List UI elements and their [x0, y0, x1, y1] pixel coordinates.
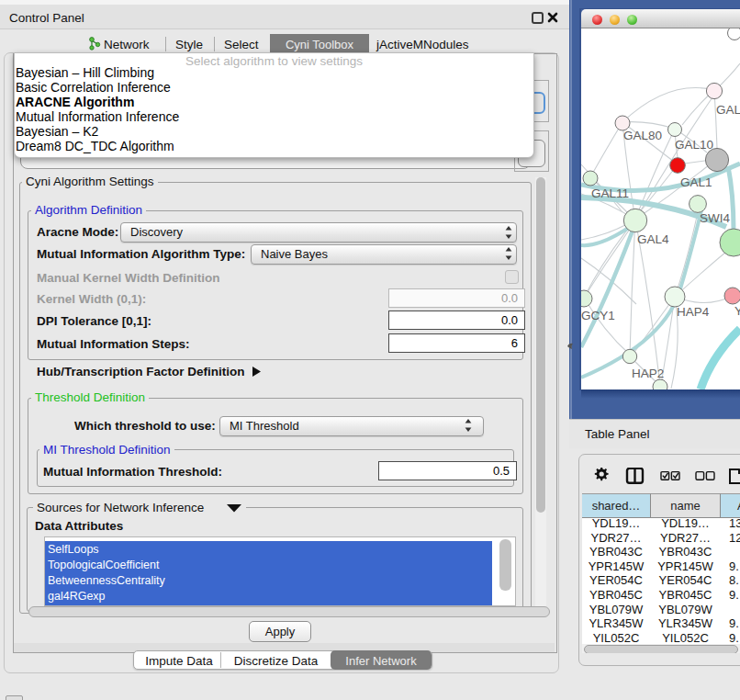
svg-text:GAL7: GAL7: [716, 103, 740, 117]
svg-text:HAP2: HAP2: [632, 367, 664, 380]
svg-text:GAL11: GAL11: [591, 186, 629, 200]
svg-text:GCY1: GCY1: [581, 309, 615, 322]
svg-text:Y: Y: [734, 304, 740, 318]
svg-text:GAL80: GAL80: [623, 129, 662, 142]
svg-text:GAL4: GAL4: [637, 232, 669, 246]
svg-text:HAP4: HAP4: [677, 305, 710, 319]
svg-text:SWI4: SWI4: [700, 211, 730, 225]
svg-text:GAL10: GAL10: [675, 138, 713, 152]
svg-text:GAL1: GAL1: [680, 175, 712, 189]
